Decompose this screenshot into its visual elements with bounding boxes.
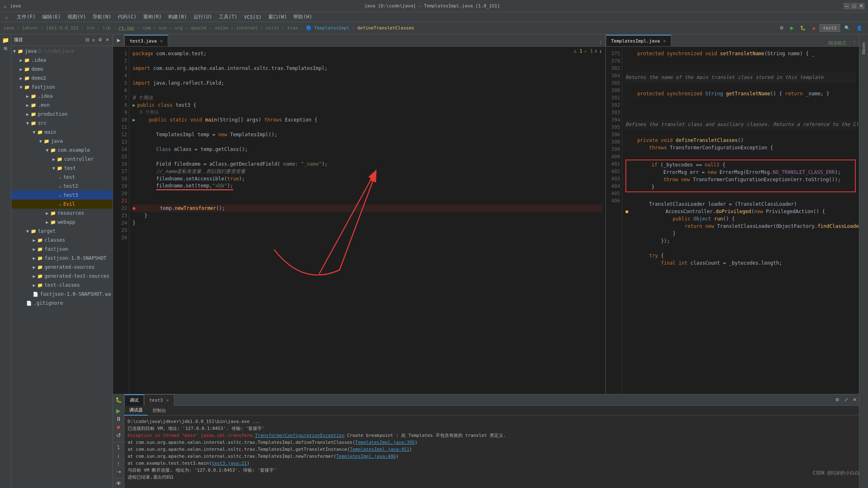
breadcrumb-sun[interactable]: sun bbox=[159, 25, 167, 31]
tree-item-fastjson[interactable]: ▼ 📁 fastjson bbox=[11, 83, 112, 92]
tree-item-test-folder[interactable]: ▼ 📁 test bbox=[11, 164, 112, 173]
tree-item-test-file[interactable]: ☕ test bbox=[11, 173, 112, 182]
structure-icon[interactable]: ⊞ bbox=[3, 45, 8, 52]
tree-item-main[interactable]: ▼ 📁 main bbox=[11, 128, 112, 137]
console-link-21[interactable]: test3.java:21 bbox=[211, 461, 247, 466]
console-link-exception[interactable]: TransformerConfigurationException bbox=[255, 433, 344, 438]
tree-item-testclasses[interactable]: ▶ 📁 test-classes bbox=[11, 281, 112, 290]
breadcrumb-java[interactable]: java bbox=[3, 25, 14, 31]
breadcrumb-com[interactable]: com bbox=[143, 25, 151, 31]
tree-item-webapp[interactable]: ▶ 📁 webapp bbox=[11, 218, 112, 227]
breadcrumb-trax[interactable]: trax bbox=[287, 25, 298, 31]
tab-debug[interactable]: 调试 bbox=[124, 394, 144, 406]
tree-item-mvn[interactable]: ▶ 📁 .mvn bbox=[11, 101, 112, 110]
menu-view[interactable]: 视图(V) bbox=[64, 12, 90, 22]
subtab-console[interactable]: 控制台 bbox=[148, 406, 171, 416]
debug-stepout-button[interactable]: ↑ bbox=[114, 460, 123, 467]
menu-refactor[interactable]: 重构(R) bbox=[140, 12, 165, 22]
breadcrumb-xsltc[interactable]: xsltc bbox=[266, 25, 279, 31]
tree-item-demo[interactable]: ▶ 📁 demo bbox=[11, 65, 112, 74]
debug-restart-button[interactable]: ↺ bbox=[114, 432, 123, 439]
tab-options-button[interactable]: ⋮ bbox=[596, 39, 605, 46]
breadcrumb-rtjar[interactable]: rt.jar bbox=[119, 25, 135, 31]
menu-build[interactable]: 构建(B) bbox=[165, 12, 190, 22]
tree-item-classes[interactable]: ▶ 📁 classes bbox=[11, 236, 112, 245]
tree-item-resources[interactable]: ▶ 📁 resources bbox=[11, 209, 112, 218]
debug-button[interactable]: 🐛 bbox=[798, 25, 808, 31]
tree-item-evil[interactable]: ☕ Evil bbox=[11, 200, 112, 209]
close-button[interactable]: ✕ bbox=[858, 3, 865, 9]
tab-test3-run-close[interactable]: ✕ bbox=[166, 398, 169, 403]
tree-item-test2[interactable]: ☕ test2 bbox=[11, 182, 112, 191]
sidebar-settings-button[interactable]: ≡ bbox=[92, 37, 96, 43]
console-link-486[interactable]: TemplatesImpl.java:486 bbox=[336, 454, 396, 459]
tree-item-controller[interactable]: ▶ 📁 controller bbox=[11, 155, 112, 164]
sidebar-gear-button[interactable]: ⚙ bbox=[97, 36, 103, 43]
bottom-close-button[interactable]: ✕ bbox=[850, 396, 859, 403]
tree-item-comexample[interactable]: ▼ 📁 com.example bbox=[11, 146, 112, 155]
menu-code[interactable]: 代码(C) bbox=[115, 12, 140, 22]
minimize-button[interactable]: ─ bbox=[843, 3, 850, 9]
debug-stepover-button[interactable]: ⤵ bbox=[114, 444, 123, 450]
stop-button[interactable]: ■ bbox=[810, 25, 818, 31]
tree-item-demo2[interactable]: ▶ 📁 demo2 bbox=[11, 74, 112, 83]
menu-navigate[interactable]: 导航(N) bbox=[89, 12, 115, 22]
debug-runtocoursor-button[interactable]: ⇢ bbox=[114, 468, 123, 475]
user-button[interactable]: 👤 bbox=[854, 25, 865, 31]
tab-templatesimpl-close[interactable]: ✕ bbox=[663, 38, 666, 44]
breadcrumb-internal[interactable]: internal bbox=[236, 25, 258, 31]
breadcrumb-jdkver[interactable]: jdkver bbox=[22, 25, 38, 31]
tree-item-production[interactable]: ▶ 📁 production bbox=[11, 110, 112, 119]
debug-pause-button[interactable]: ⏸ bbox=[114, 416, 123, 422]
menu-vcs[interactable]: VCS(S) bbox=[241, 12, 265, 22]
tab-test3-run[interactable]: test3 ✕ bbox=[144, 394, 174, 406]
run-button[interactable]: ▶ bbox=[788, 25, 796, 31]
maximize-button[interactable]: □ bbox=[851, 3, 857, 9]
sidebar-close-button[interactable]: ✕ bbox=[105, 36, 110, 43]
menu-edit[interactable]: 编辑(E) bbox=[39, 12, 64, 22]
tab-test3-close[interactable]: ✕ bbox=[160, 38, 163, 44]
breadcrumb-apache[interactable]: apache bbox=[191, 25, 207, 31]
menu-file[interactable]: 文件(F) bbox=[13, 12, 39, 22]
breadcrumb-org[interactable]: org bbox=[175, 25, 183, 31]
debug-stop-button[interactable]: ■ bbox=[114, 424, 123, 430]
tree-item-gensrc[interactable]: ▶ 📁 generated-sources bbox=[11, 263, 112, 272]
left-code-content[interactable]: package com.example.test; import com.sun… bbox=[129, 47, 605, 394]
subtab-debugger[interactable]: 调试器 bbox=[124, 406, 148, 416]
console-link-395[interactable]: TemplatesImpl.java:395 bbox=[355, 440, 415, 445]
breadcrumb-jdk[interactable]: jdk1.8.0_151 bbox=[46, 25, 79, 31]
right-icon-1[interactable]: Maven bbox=[861, 36, 867, 61]
tree-item-fastjson2[interactable]: ▶ 📁 fastjson bbox=[11, 245, 112, 254]
tree-item-snapshot[interactable]: ▶ 📁 fastjson-1.0-SNAPSHOT bbox=[11, 254, 112, 263]
tab-test3[interactable]: test3.java ✕ bbox=[124, 35, 168, 46]
tree-item-target[interactable]: ▼ 📁 target bbox=[11, 227, 112, 236]
breadcrumb-define[interactable]: defineTransletClasses bbox=[358, 25, 414, 31]
editor-toggle-button[interactable]: ▶ bbox=[116, 37, 121, 44]
menu-help[interactable]: 帮助(H) bbox=[290, 12, 315, 22]
tree-item-src[interactable]: ▼ 📁 src bbox=[11, 119, 112, 128]
sidebar-collapse-button[interactable]: ⊟ bbox=[85, 36, 90, 43]
tree-item-java[interactable]: ▼ 📁 java bbox=[11, 137, 112, 146]
tree-item-idea2[interactable]: ▶ 📁 .idea bbox=[11, 92, 112, 101]
search-button[interactable]: 🔍 bbox=[842, 25, 852, 31]
right-code-content[interactable]: protected synchronized void setTransletN… bbox=[622, 47, 859, 394]
tree-item-test3[interactable]: ☕ test3 bbox=[11, 191, 112, 200]
settings-button[interactable]: ⚙ bbox=[777, 25, 786, 31]
tab-templatesimpl[interactable]: TemplatesImpl.java ✕ bbox=[606, 35, 671, 46]
tree-item-warfile[interactable]: 📄 fastjson-1.0-SNAPSHOT.wa bbox=[11, 290, 112, 299]
right-tab-options[interactable]: ⋮ bbox=[850, 39, 859, 46]
project-icon[interactable]: 📁 bbox=[1, 36, 10, 44]
debug-watches-button[interactable]: 👁 bbox=[114, 480, 123, 487]
breadcrumb-lib[interactable]: lib bbox=[103, 25, 111, 31]
breadcrumb-jre[interactable]: jre bbox=[86, 25, 94, 31]
menu-file[interactable]: ☕ bbox=[2, 12, 13, 22]
tree-item-idea[interactable]: ▶ 📁 .idea bbox=[11, 56, 112, 65]
tree-item-root[interactable]: ▼ 📁 java D:\code\java bbox=[11, 47, 112, 56]
tree-item-gentest[interactable]: ▶ 📁 generated-test-sources bbox=[11, 272, 112, 281]
run-config[interactable]: test3 bbox=[819, 24, 840, 32]
menu-window[interactable]: 窗口(W) bbox=[265, 12, 290, 22]
bottom-settings-button[interactable]: ⚙ bbox=[833, 396, 842, 403]
breadcrumb-xalan[interactable]: xalan bbox=[215, 25, 228, 31]
console-link-451[interactable]: TemplatesImpl.java:451 bbox=[350, 447, 409, 452]
debug-resume-button[interactable]: ▶ bbox=[114, 407, 123, 414]
